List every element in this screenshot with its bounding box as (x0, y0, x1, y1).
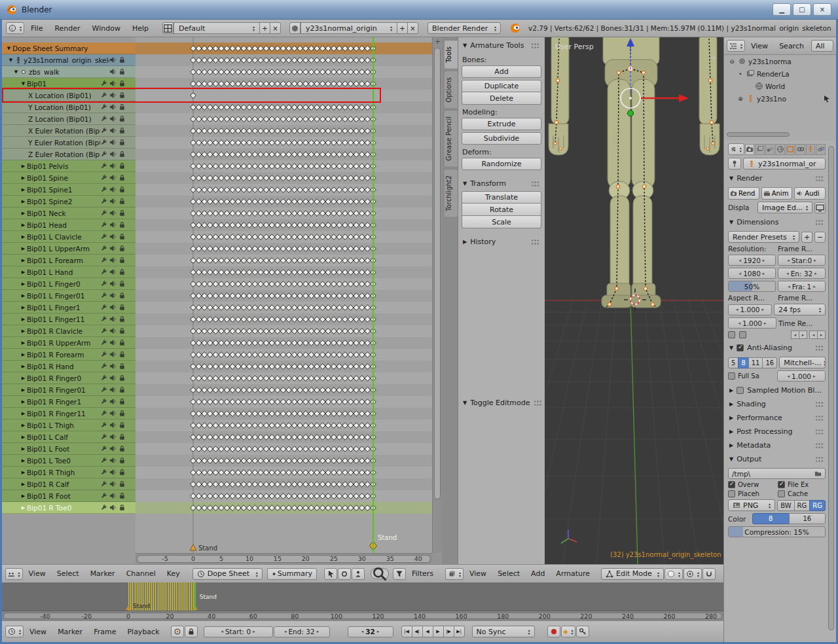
color-depth-16[interactable]: 16 (789, 513, 826, 524)
lock-icon[interactable] (118, 80, 126, 87)
wrench-icon[interactable] (100, 80, 107, 87)
speaker-icon[interactable] (109, 327, 117, 334)
wrench-icon[interactable] (100, 103, 107, 111)
lock-icon[interactable] (118, 280, 126, 287)
placeholders-checkbox-row[interactable]: Placeh (728, 490, 776, 497)
properties-tab-scene[interactable] (765, 144, 775, 155)
speaker-icon[interactable] (109, 492, 117, 499)
keying-set-dropdown[interactable]: ◆ (561, 626, 576, 637)
expander-icon[interactable]: ▶ (20, 387, 27, 393)
expander-icon[interactable]: ▶ (20, 364, 27, 369)
toolshelf-tab-grease-pencil[interactable]: Grease Pencil (445, 110, 458, 168)
frame-end-field[interactable]: ◂En: 32▸ (778, 268, 826, 279)
channel-bip01-spine1[interactable]: ▶Bip01 Spine1 (2, 184, 136, 196)
delete-layout-button[interactable]: × (270, 22, 281, 34)
expander-icon[interactable]: ▶ (20, 493, 27, 499)
expander-icon[interactable]: ▶ (20, 199, 27, 204)
speaker-icon[interactable] (109, 315, 117, 323)
channel-bip01-l-finger01[interactable]: ▶Bip01 L Finger01 (2, 290, 136, 302)
menu-frame[interactable]: Frame (88, 628, 121, 636)
panel-header-post-processing[interactable]: ▶Post Processing (728, 425, 826, 438)
fps-dropdown[interactable]: 24 fps (774, 304, 826, 315)
channel-bip01-r-finger11[interactable]: ▶Bip01 R Finger11 (2, 408, 136, 420)
aspect-y-field[interactable]: ◂1.000▸ (728, 317, 776, 329)
editor-type-dropdown[interactable] (445, 568, 464, 580)
menu-view[interactable]: View (464, 569, 492, 578)
timeline-marker-icon[interactable] (126, 605, 131, 610)
channel-bip01-r-finger1[interactable]: ▶Bip01 R Finger1 (2, 396, 136, 408)
wrench-icon[interactable] (100, 280, 107, 287)
file-format-dropdown[interactable]: PNG (728, 499, 775, 511)
speaker-icon[interactable] (109, 280, 117, 287)
horizontal-scrollbar[interactable] (727, 132, 790, 137)
expander-icon[interactable]: ▶ (20, 458, 27, 463)
lock-time-icon[interactable] (185, 626, 198, 637)
editor-type-dropdown[interactable] (728, 143, 744, 155)
channel-option-0[interactable]: BW (777, 500, 794, 511)
panel-header-performance[interactable]: ▶Performance (728, 411, 826, 425)
editor-type-dropdown[interactable]: i (6, 22, 24, 34)
add-layout-button[interactable]: + (259, 22, 270, 34)
expander-icon[interactable]: ▶ (20, 423, 27, 428)
lock-icon[interactable] (118, 315, 126, 323)
channel-y23s1normal-origin-skeleton[interactable]: ▼y23s1normal_origin_skeleton (2, 54, 136, 66)
panel-header-metadata[interactable]: ▶Metadata (728, 438, 826, 452)
lock-icon[interactable] (118, 233, 126, 240)
speaker-icon[interactable] (109, 162, 117, 170)
lock-icon[interactable] (118, 151, 126, 158)
speaker-icon[interactable] (109, 457, 117, 464)
cache-checkbox-row[interactable]: Cache (778, 490, 826, 497)
search-input[interactable] (371, 568, 389, 579)
panel-drag-dots[interactable] (531, 181, 540, 187)
layout-browse-icon[interactable] (162, 22, 173, 34)
speaker-icon[interactable] (109, 469, 117, 476)
end-frame-field[interactable]: ◂End: 32▸ (274, 626, 330, 637)
anti-aliasing-checkbox[interactable] (737, 344, 744, 351)
panel-header-transform[interactable]: ▼Transform (462, 177, 541, 190)
expander-icon[interactable]: ▶ (20, 376, 27, 381)
panel-drag-dots[interactable] (815, 456, 824, 463)
scene-name-field[interactable]: y23s1normal_origin (301, 22, 397, 34)
snap-magnet-icon[interactable] (702, 568, 716, 580)
expander-icon[interactable]: ▶ (20, 187, 27, 192)
speaker-icon[interactable] (109, 445, 117, 452)
sync-mode-dropdown[interactable]: No Sync (472, 626, 535, 637)
minimize-button[interactable]: ▁ (773, 3, 791, 16)
wrench-icon[interactable] (100, 151, 107, 158)
panel-drag-dots[interactable] (815, 219, 824, 226)
speaker-icon[interactable] (109, 268, 117, 276)
lock-icon[interactable] (118, 398, 126, 405)
add-scene-button[interactable]: + (397, 22, 408, 34)
channel-bip01-r-forearm[interactable]: ▶Bip01 R Forearm (2, 349, 136, 361)
panel-expand-plus-icon[interactable]: + (710, 52, 718, 63)
wrench-icon[interactable] (100, 363, 107, 370)
expander-icon[interactable]: ▶ (20, 270, 27, 275)
panel-header-sampled-motion-bl[interactable]: ▶Sampled Motion Bl... (728, 384, 826, 397)
keyframe-area[interactable]: StandStand (136, 37, 432, 553)
channel-bip01-pelvis[interactable]: ▶Bip01 Pelvis (2, 160, 136, 172)
expander-icon[interactable]: ▶ (20, 482, 27, 487)
lock-icon[interactable] (118, 68, 126, 75)
wrench-icon[interactable] (100, 398, 107, 405)
channel-x-euler-rotation-bip01[interactable]: X Euler Rotation (Bip01) (2, 125, 136, 137)
panel-header-output[interactable]: ▼Output (728, 452, 826, 466)
delete-button[interactable]: Delete (462, 92, 541, 105)
editor-type-dropdown[interactable] (727, 40, 745, 52)
speaker-icon[interactable] (109, 363, 117, 370)
wrench-icon[interactable] (100, 351, 107, 358)
crop-checkbox[interactable] (739, 331, 746, 338)
expander-icon[interactable]: ▶ (20, 258, 27, 263)
expander-icon[interactable]: ▶ (20, 223, 27, 228)
speaker-icon[interactable] (109, 209, 117, 217)
lock-icon[interactable] (118, 386, 126, 393)
compression-slider[interactable]: Compression: 15% (728, 526, 826, 537)
aspect-x-field[interactable]: ◂1.000▸ (728, 304, 772, 315)
speaker-icon[interactable] (109, 351, 117, 358)
subdivide-button[interactable]: Subdivide (462, 132, 541, 145)
menu-view[interactable]: View (24, 628, 52, 636)
toolshelf-tab-tools[interactable]: Tools (445, 40, 458, 69)
speaker-icon[interactable] (109, 80, 117, 87)
play-reverse-button[interactable]: ◀ (422, 626, 433, 637)
scale-button[interactable]: Scale (462, 216, 541, 228)
lock-icon[interactable] (118, 186, 126, 193)
